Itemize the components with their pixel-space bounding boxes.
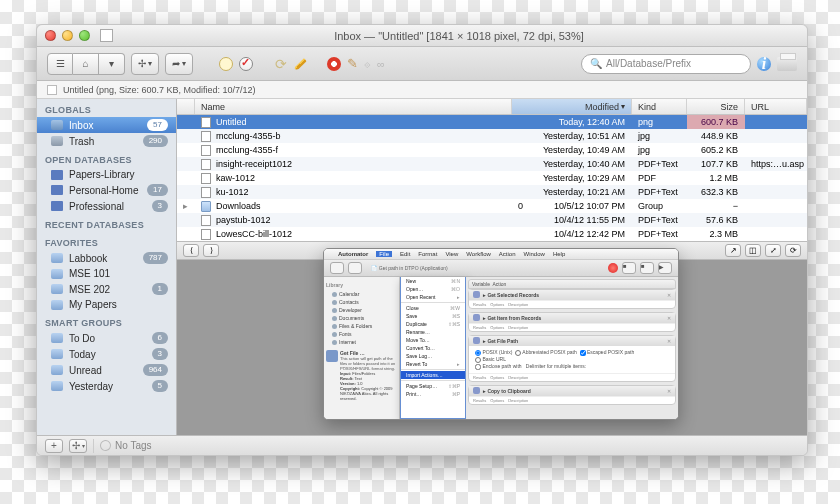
info-button[interactable]: i (757, 57, 771, 71)
step-button[interactable]: ■ (622, 262, 636, 274)
menu-item[interactable]: Revert To▸ (401, 360, 465, 368)
note-icon[interactable] (219, 57, 233, 71)
record-button[interactable] (608, 263, 618, 273)
col-icon[interactable] (177, 99, 195, 114)
menu-item[interactable]: Open…⌘O (401, 285, 465, 293)
gear-menu-button[interactable]: ✢▾ (69, 439, 87, 453)
sidebar-item[interactable]: Professional3 (37, 198, 176, 214)
menu-item[interactable]: Rename… (401, 328, 465, 336)
library-item[interactable]: Developer (326, 306, 397, 314)
tools-icon[interactable]: ✎ (347, 56, 358, 71)
col-url[interactable]: URL (745, 99, 807, 114)
menu-item[interactable]: Open Recent▸ (401, 293, 465, 301)
menu-workflow[interactable]: Workflow (466, 251, 491, 257)
back-button[interactable]: ▾ (99, 53, 125, 75)
sidebar-item[interactable]: Trash290 (37, 133, 176, 149)
menu-edit[interactable]: Edit (400, 251, 410, 257)
stop-button[interactable]: ■ (640, 262, 654, 274)
enclose-checkbox[interactable] (475, 364, 481, 370)
remove-action-button[interactable]: ✕ (667, 315, 671, 321)
sidebar-item[interactable]: To Do6 (37, 330, 176, 346)
escaped-checkbox[interactable] (580, 350, 586, 356)
table-row[interactable]: mcclung-4355-bYesterday, 10:51 AMjpg448.… (177, 129, 807, 143)
table-row[interactable]: ▸Downloads010/5/12 10:07 PMGroup− (177, 199, 807, 213)
menu-item[interactable]: Import Actions… (401, 371, 465, 379)
home-button[interactable]: ⌂ (73, 53, 99, 75)
search-field[interactable]: 🔍 All/Database/Prefix (581, 54, 751, 74)
menu-item[interactable]: Convert To… (401, 344, 465, 352)
col-modified[interactable]: Modified▾ (512, 99, 632, 114)
tags-area[interactable]: No Tags (100, 440, 799, 451)
link-icon[interactable]: ⟐ (364, 58, 371, 70)
pv-action1-button[interactable]: ↗ (725, 244, 741, 257)
col-name[interactable]: Name (195, 99, 512, 114)
sidebar-item[interactable]: MSE 2021 (37, 281, 176, 297)
edit-icon[interactable] (293, 57, 307, 71)
remove-action-button[interactable]: ✕ (667, 292, 671, 298)
menu-item[interactable]: Move To… (401, 336, 465, 344)
run-button[interactable]: ▶ (658, 262, 672, 274)
action-footer-tab[interactable]: Options (490, 302, 504, 307)
action-footer-tab[interactable]: Results (473, 302, 486, 307)
action-footer-tab[interactable]: Results (473, 325, 486, 330)
pv-prev-button[interactable]: ⟨ (183, 244, 199, 257)
action-footer-tab[interactable]: Description (508, 302, 528, 307)
close-window-button[interactable] (45, 30, 56, 41)
library-item[interactable]: Internet (326, 338, 397, 346)
col-kind[interactable]: Kind (632, 99, 687, 114)
print-button[interactable] (777, 57, 797, 71)
action-footer-tab[interactable]: Description (508, 375, 528, 380)
table-row[interactable]: UntitledToday, 12:40 AMpng600.7 KB (177, 115, 807, 129)
sidebar-item[interactable]: Personal-Home17 (37, 182, 176, 198)
add-button[interactable]: + (45, 439, 63, 453)
minimize-window-button[interactable] (62, 30, 73, 41)
sidebar-item[interactable]: Today3 (37, 346, 176, 362)
share-menu-button[interactable]: ➦▾ (165, 53, 193, 75)
menu-file[interactable]: File (376, 251, 392, 257)
library-item[interactable]: Contacts (326, 298, 397, 306)
pv-action4-button[interactable]: ⟳ (785, 244, 801, 257)
zoom-window-button[interactable] (79, 30, 90, 41)
action-footer-tab[interactable]: Description (508, 398, 528, 403)
workflow-action[interactable]: ▸ Get Item from Records✕ResultsOptionsDe… (468, 312, 676, 332)
action-footer-tab[interactable]: Options (490, 325, 504, 330)
menu-automator[interactable]: Automator (338, 251, 368, 257)
table-row[interactable]: insight-receipt1012Yesterday, 10:40 AMPD… (177, 157, 807, 171)
action-footer-tab[interactable]: Results (473, 398, 486, 403)
sidebar-item[interactable]: Yesterday5 (37, 378, 176, 394)
action-footer-tab[interactable]: Options (490, 375, 504, 380)
checkbox-icon[interactable] (239, 57, 253, 71)
hide-library-button[interactable] (330, 262, 344, 274)
menu-item[interactable]: New⌘N (401, 277, 465, 285)
action-footer-tab[interactable]: Options (490, 398, 504, 403)
pv-next-button[interactable]: ⟩ (203, 244, 219, 257)
posix-radio[interactable] (475, 350, 481, 356)
workflow-action[interactable]: ▸ Get File Path✕ POSIX (Unix) Abbreviate… (468, 335, 676, 382)
table-row[interactable]: mcclung-4355-fYesterday, 10:49 AMjpg605.… (177, 143, 807, 157)
pv-action2-button[interactable]: ◫ (745, 244, 761, 257)
library-item[interactable]: Fonts (326, 330, 397, 338)
library-item[interactable]: Documents (326, 314, 397, 322)
menu-item[interactable]: Save Log… (401, 352, 465, 360)
action-footer-tab[interactable]: Results (473, 375, 486, 380)
delete-icon[interactable] (327, 57, 341, 71)
sidebar-item[interactable]: Unread964 (37, 362, 176, 378)
sidebar-item[interactable]: My Papers (37, 297, 176, 312)
table-row[interactable]: ku-1012Yesterday, 10:21 AMPDF+Text632.3 … (177, 185, 807, 199)
url-radio[interactable] (475, 357, 481, 363)
menu-item[interactable]: Close⌘W (401, 304, 465, 312)
sidebar-item[interactable]: MSE 101 (37, 266, 176, 281)
workflow-action[interactable]: ▸ Get Selected Records✕ResultsOptionsDes… (468, 289, 676, 309)
action-menu-button[interactable]: ✢▾ (131, 53, 159, 75)
menu-format[interactable]: Format (418, 251, 437, 257)
menu-action[interactable]: Action (499, 251, 516, 257)
sidebar-item[interactable]: Inbox57 (37, 117, 176, 133)
menu-help[interactable]: Help (553, 251, 565, 257)
col-size[interactable]: Size (687, 99, 745, 114)
remove-action-button[interactable]: ✕ (667, 388, 671, 394)
abbrev-radio[interactable] (515, 350, 521, 356)
pv-action3-button[interactable]: ⤢ (765, 244, 781, 257)
table-row[interactable]: LowesCC-bill-101210/4/12 12:42 PMPDF+Tex… (177, 227, 807, 241)
file-menu-dropdown[interactable]: New⌘NOpen…⌘OOpen Recent▸Close⌘WSave⌘SDup… (400, 277, 466, 419)
remove-action-button[interactable]: ✕ (667, 338, 671, 344)
